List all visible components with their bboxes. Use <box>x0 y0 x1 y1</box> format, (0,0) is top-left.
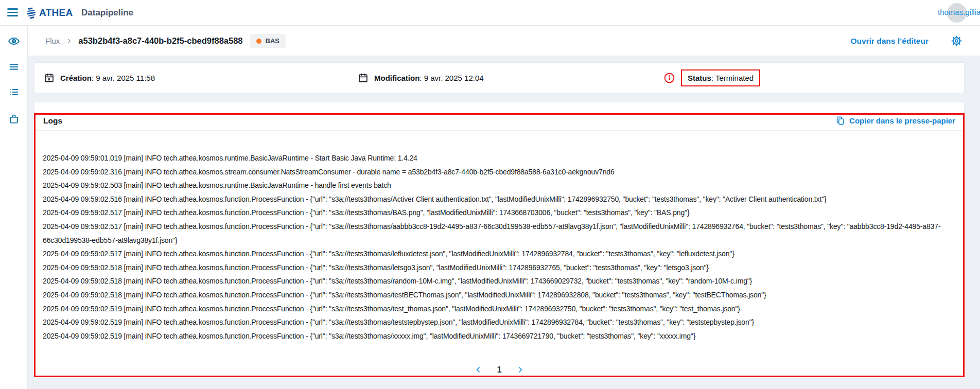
sidebar <box>0 26 28 389</box>
sidebar-item-market[interactable] <box>0 109 28 129</box>
creation-value: : 9 avr. 2025 11:58 <box>92 74 155 82</box>
open-in-editor-link[interactable]: Ouvrir dans l’éditeur <box>850 37 929 46</box>
info-circle-icon <box>663 72 675 84</box>
sidebar-item-menu[interactable] <box>0 57 28 77</box>
brand-logo[interactable]: ATHEA <box>27 0 73 26</box>
status-label: Status <box>688 74 711 82</box>
copy-to-clipboard-button[interactable]: Copier dans le presse-papier <box>835 116 955 126</box>
user-name[interactable]: thomas.gillia <box>938 8 980 16</box>
breadcrumb-parent[interactable]: Flux <box>45 37 60 45</box>
athea-logo-icon <box>26 7 36 19</box>
log-line: 2025-04-09 09:59:02.316 [main] INFO tech… <box>43 165 956 179</box>
calendar-icon <box>358 73 369 83</box>
top-header: ATHEA Datapipeline thomas.gillia <box>0 0 980 26</box>
creation-date: Création: 9 avr. 2025 11:58 <box>44 63 155 93</box>
annotation-box-status: Status: Terminated <box>681 69 760 86</box>
settings-button[interactable] <box>950 35 962 47</box>
log-line: 2025-04-09 09:59:02.518 [main] INFO tech… <box>43 261 956 275</box>
brand-name: ATHEA <box>39 7 73 19</box>
log-line: 2025-04-09 09:59:02.516 [main] INFO tech… <box>43 192 956 206</box>
gear-icon <box>951 35 962 47</box>
current-page-number[interactable]: 1 <box>497 365 501 375</box>
list-icon <box>8 86 20 98</box>
chevron-right-icon <box>65 38 73 45</box>
sidebar-item-list[interactable] <box>0 82 28 102</box>
modification-label: Modification <box>374 74 419 82</box>
pagination: 1 <box>34 365 964 375</box>
badge-status-dot <box>256 39 261 44</box>
log-line: 2025-04-09 09:59:02.503 [main] INFO tech… <box>43 179 956 192</box>
status-value: : Terminated <box>711 74 754 82</box>
previous-page-button[interactable] <box>474 365 483 375</box>
menu-lines-icon <box>8 61 20 73</box>
breadcrumb-current: a53b2b4f3-a8c7-440b-b2f5-cbed9f88a588 <box>78 36 242 46</box>
copy-icon <box>835 116 845 126</box>
creation-label: Création <box>60 74 92 82</box>
log-line: 2025-04-09 09:59:02.517 [main] INFO tech… <box>43 247 956 261</box>
copy-label: Copier dans le presse-papier <box>849 116 955 125</box>
eye-icon <box>8 35 20 47</box>
log-line: 2025-04-09 09:59:01.019 [main] INFO tech… <box>43 151 956 165</box>
shopping-bag-icon <box>8 113 20 125</box>
calendar-x-icon <box>44 73 55 83</box>
chevron-right-icon <box>516 365 524 374</box>
log-line: 2025-04-09 09:59:02.518 [main] INFO tech… <box>43 288 956 302</box>
environment-badge: BAS <box>250 34 286 48</box>
chevron-left-icon <box>474 365 483 374</box>
log-line: 2025-04-09 09:59:02.519 [main] INFO tech… <box>43 315 956 329</box>
logs-panel: Logs Copier dans le presse-papier 2025-0… <box>34 102 965 378</box>
status-field: Status: Terminated <box>663 63 760 93</box>
sidebar-item-view[interactable] <box>0 31 28 51</box>
log-line: 2025-04-09 09:59:02.517 [main] INFO tech… <box>43 206 956 220</box>
logs-header: Logs Copier dans le presse-papier <box>34 102 964 131</box>
next-page-button[interactable] <box>516 365 525 375</box>
app-title: Datapipeline <box>81 0 133 26</box>
modification-value: : 9 avr. 2025 12:04 <box>419 74 483 82</box>
badge-label: BAS <box>266 37 279 45</box>
metadata-bar: Création: 9 avr. 2025 11:58 Modification… <box>34 62 965 93</box>
log-line: 2025-04-09 09:59:02.517 [main] INFO tech… <box>43 220 956 247</box>
log-line: 2025-04-09 09:59:02.518 [main] INFO tech… <box>43 274 956 288</box>
modification-date: Modification: 9 avr. 2025 12:04 <box>358 63 484 93</box>
log-line: 2025-04-09 09:59:02.519 [main] INFO tech… <box>43 302 956 316</box>
logs-body: 2025-04-09 09:59:01.019 [main] INFO tech… <box>34 131 964 343</box>
hamburger-menu-icon[interactable] <box>7 7 19 17</box>
breadcrumb-bar: Flux a53b2b4f3-a8c7-440b-b2f5-cbed9f88a5… <box>28 26 980 56</box>
logs-title: Logs <box>43 116 62 126</box>
log-line: 2025-04-09 09:59:02.519 [main] INFO tech… <box>43 329 956 343</box>
